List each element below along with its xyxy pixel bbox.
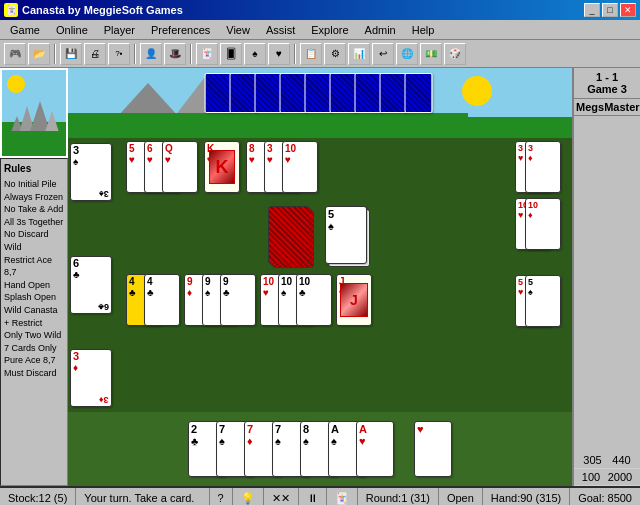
print-button[interactable]: 🖨: [84, 43, 106, 65]
rule-3: No Take & Add: [4, 203, 64, 216]
cards2-btn[interactable]: 🂠: [220, 43, 242, 65]
right-cards-col: 3♥ 3♦ 10♥ 10♦ 5♥ 5♠: [512, 138, 572, 412]
menu-view[interactable]: View: [218, 22, 258, 38]
menu-help[interactable]: Help: [404, 22, 443, 38]
menubar: Game Online Player Preferences View Assi…: [0, 20, 640, 40]
rule-1: No Initial Pile: [4, 178, 64, 191]
score-val-1: 305: [583, 454, 601, 466]
open-button[interactable]: 📂: [28, 43, 50, 65]
toolbar-separator-4: [294, 44, 296, 64]
tool3[interactable]: ?▪: [108, 43, 130, 65]
right-panel: 1 - 1 Game 3 Megs Master 305 440 100 200…: [572, 68, 640, 486]
player-icon-btn[interactable]: 👤: [140, 43, 162, 65]
menu-online[interactable]: Online: [48, 22, 96, 38]
new-game-button[interactable]: 🎮: [4, 43, 26, 65]
ph-card-heart-solo[interactable]: ♥: [414, 421, 452, 477]
rm-card-6[interactable]: 5♠: [525, 275, 561, 327]
goal-label: Goal: 8500: [578, 492, 632, 504]
card-j1[interactable]: J♥ J: [336, 274, 372, 326]
money-btn[interactable]: 💵: [420, 43, 442, 65]
cards-btn[interactable]: 🃏: [196, 43, 218, 65]
card-6clubs[interactable]: 6 ♣ 6♣: [70, 256, 112, 314]
cards3-btn[interactable]: ♠: [244, 43, 266, 65]
cards4-btn[interactable]: ♥: [268, 43, 290, 65]
help-icon: ?: [218, 492, 224, 504]
globe-btn[interactable]: 🌐: [396, 43, 418, 65]
turn-message: Your turn. Take a card.: [84, 492, 194, 504]
ph-card-ah[interactable]: A♥: [356, 421, 394, 477]
menu-player[interactable]: Player: [96, 22, 143, 38]
card-suit: ♣: [73, 269, 80, 280]
rm-card-2[interactable]: 3♦: [525, 141, 561, 193]
meld-kings: K♥ K: [204, 141, 240, 193]
deal-btn[interactable]: 📋: [300, 43, 322, 65]
status-pause-btn[interactable]: ⏸: [299, 488, 327, 505]
close-button[interactable]: ✕: [620, 3, 636, 17]
card-10h[interactable]: 10♥: [282, 141, 318, 193]
toolbar-separator-1: [54, 44, 56, 64]
opp-card-2: [230, 73, 258, 113]
opponent-melds: 5♥ 6♥ Q♥ K♥ K 8♥ 3♥: [126, 141, 509, 193]
card-kh[interactable]: K♥ K: [204, 141, 240, 193]
left-cards-col: 3 ♠ 3♠ 6 ♣ 6♣ 3 ♦ 3♦: [68, 138, 123, 412]
undo-btn[interactable]: ↩: [372, 43, 394, 65]
menu-admin[interactable]: Admin: [357, 22, 404, 38]
menu-preferences[interactable]: Preferences: [143, 22, 218, 38]
card-rank: 3: [73, 351, 79, 362]
titlebar-controls[interactable]: _ □ ✕: [584, 3, 636, 17]
card-3diamonds[interactable]: 3 ♦ 3♦: [70, 349, 112, 407]
player2-icon-btn[interactable]: 🎩: [164, 43, 186, 65]
rules-title: Rules: [4, 162, 64, 176]
mountain-svg: [2, 68, 68, 156]
stock-pile[interactable]: [268, 206, 310, 264]
right-meld-1: 3♥ 3♦: [515, 141, 569, 161]
discard-pile[interactable]: 5♠: [325, 206, 367, 264]
minimize-button[interactable]: _: [584, 3, 600, 17]
status-stock: Stock:12 (5): [0, 488, 76, 505]
score-val-3: 100: [582, 471, 600, 483]
card-rank: 3: [73, 145, 79, 156]
window-title: Canasta by MeggieSoft Games: [22, 4, 183, 16]
status-goal: Goal: 8500: [570, 488, 640, 505]
status-help-btn[interactable]: ?: [210, 488, 233, 505]
card-4c2[interactable]: 4♣: [144, 274, 180, 326]
right-melds-stack: 3♥ 3♦ 10♥ 10♦ 5♥ 5♠: [515, 141, 569, 295]
menu-game[interactable]: Game: [2, 22, 48, 38]
options-btn[interactable]: ⚙: [324, 43, 346, 65]
rm-card-4[interactable]: 10♦: [525, 198, 561, 250]
scenery-card: [0, 68, 68, 158]
score-btn[interactable]: 📊: [348, 43, 370, 65]
maximize-button[interactable]: □: [602, 3, 618, 17]
card-9-3[interactable]: 9♣: [220, 274, 256, 326]
toolbar: 🎮 📂 💾 🖨 ?▪ 👤 🎩 🃏 🂠 ♠ ♥ 📋 ⚙ 📊 ↩ 🌐 💵 🎲: [0, 40, 640, 68]
cards-icon: 🃏: [335, 492, 349, 505]
status-stop-btn[interactable]: ✕✕: [264, 488, 299, 505]
toolbar-separator-2: [134, 44, 136, 64]
top-scenic: [68, 68, 572, 138]
discard-top[interactable]: 5♠: [325, 206, 367, 264]
card-qh[interactable]: Q♥: [162, 141, 198, 193]
opp-card-4: [280, 73, 308, 113]
player1-name: Megs: [576, 101, 604, 113]
game-score-label: 1 - 1: [577, 71, 637, 83]
rule-2: Always Frozen: [4, 191, 64, 204]
titlebar: 🃏 Canasta by MeggieSoft Games _ □ ✕: [0, 0, 640, 20]
score-val-2: 440: [612, 454, 630, 466]
opp-card-8: [380, 73, 408, 113]
chips-btn[interactable]: 🎲: [444, 43, 466, 65]
card-10-3[interactable]: 10♣: [296, 274, 332, 326]
open-label: Open: [447, 492, 474, 504]
status-hint-btn[interactable]: 💡: [233, 488, 264, 505]
menu-explore[interactable]: Explore: [303, 22, 356, 38]
statusbar: Stock:12 (5) Your turn. Take a card. ? 💡…: [0, 486, 640, 505]
opp-card-7: [355, 73, 383, 113]
status-cards-btn[interactable]: 🃏: [327, 488, 358, 505]
card-3spades[interactable]: 3 ♠ 3♠: [70, 143, 112, 201]
save-button[interactable]: 💾: [60, 43, 82, 65]
menu-assist[interactable]: Assist: [258, 22, 303, 38]
player2-name: Master: [604, 101, 639, 113]
rule-10: + Restrict: [4, 317, 64, 330]
opp-card-1: [205, 73, 233, 113]
rule-5: No Discard Wild: [4, 228, 64, 253]
opp-card-9: [405, 73, 433, 113]
